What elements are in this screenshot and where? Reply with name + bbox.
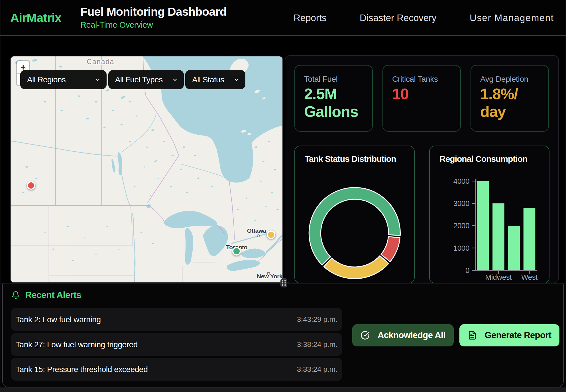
map-canvas: Canada Ottawa Toronto New York xyxy=(11,56,282,282)
stat-label: Total Fuel xyxy=(304,75,363,84)
chevron-down-icon xyxy=(95,77,101,83)
nav-disaster-recovery[interactable]: Disaster Recovery xyxy=(360,0,437,36)
acknowledge-all-button[interactable]: Acknowledge All xyxy=(352,324,454,346)
nav-reports[interactable]: Reports xyxy=(294,0,327,36)
map-marker-normal[interactable] xyxy=(232,247,241,256)
fuel-type-filter-value: All Fuel Types xyxy=(115,75,163,84)
stat-card-avg-depletion: Avg Depletion 1.8%/​day xyxy=(471,65,549,132)
status-filter-select[interactable]: All Status xyxy=(185,70,245,89)
alert-time: 3:33:24 p.m. xyxy=(297,365,337,374)
alert-time: 3:38:24 p.m. xyxy=(297,340,337,349)
map-label-newyork: New York xyxy=(257,273,282,279)
stat-label: Avg Depletion xyxy=(480,75,539,84)
svg-text:West: West xyxy=(521,273,538,281)
stat-value: 10 xyxy=(392,85,450,103)
alerts-heading: Recent Alerts xyxy=(25,290,81,300)
alerts-panel: Recent Alerts Tank 2: Low fuel warning 3… xyxy=(2,283,564,387)
generate-report-label: Generate Report xyxy=(485,330,551,340)
map-label-ottawa: Ottawa xyxy=(247,227,266,234)
svg-text:Midwest: Midwest xyxy=(485,273,512,281)
fuel-monitoring-dashboard: AirMatrix Fuel Monitoring Dashboard Real… xyxy=(0,0,566,392)
svg-text:0: 0 xyxy=(465,266,469,275)
alert-row[interactable]: Tank 27: Low fuel warning triggered 3:38… xyxy=(11,333,342,356)
stat-label: Critical Tanks xyxy=(392,75,451,84)
stat-card-critical-tanks: Critical Tanks 10 xyxy=(382,65,461,132)
regional-consumption-bar-chart: 01000200030004000MidwestWest xyxy=(430,146,550,284)
chevron-down-icon xyxy=(233,77,240,83)
svg-text:2000: 2000 xyxy=(453,221,469,230)
fuel-type-filter-select[interactable]: All Fuel Types xyxy=(108,70,184,89)
window-footer-strip xyxy=(0,387,566,392)
circle-check-icon xyxy=(361,331,370,340)
bell-icon xyxy=(11,291,20,299)
nav-user-management[interactable]: User Management xyxy=(470,0,554,36)
status-filter-value: All Status xyxy=(192,75,224,84)
grip-dots-icon xyxy=(282,280,286,286)
alert-time: 3:43:29 p.m. xyxy=(297,315,337,324)
region-filter-select[interactable]: All Regions xyxy=(20,70,107,89)
pane-resize-handle[interactable] xyxy=(280,278,287,287)
region-filter-value: All Regions xyxy=(27,75,66,84)
svg-text:1000: 1000 xyxy=(453,244,469,252)
overview-panel: Total Fuel 2.5M Gallons Critical Tanks 1… xyxy=(285,55,559,283)
map-marker-warning[interactable] xyxy=(267,230,275,239)
alert-row[interactable]: Tank 2: Low fuel warning 3:43:29 p.m. xyxy=(11,308,342,331)
map-label-canada: Canada xyxy=(87,58,114,66)
alerts-header: Recent Alerts xyxy=(11,290,81,300)
main-nav: Reports Disaster Recovery User Managemen… xyxy=(0,0,566,36)
svg-text:3000: 3000 xyxy=(453,199,469,208)
stat-value: 1.8%/​day xyxy=(480,85,538,120)
acknowledge-all-label: Acknowledge All xyxy=(378,330,445,340)
generate-report-button[interactable]: Generate Report xyxy=(459,324,559,346)
alert-text: Tank 15: Pressure threshold exceeded xyxy=(16,365,148,374)
file-text-icon xyxy=(468,331,477,340)
stat-card-total-fuel: Total Fuel 2.5M Gallons xyxy=(294,65,373,132)
alert-text: Tank 2: Low fuel warning xyxy=(16,315,101,324)
stat-value: 2.5M Gallons xyxy=(304,85,362,120)
tank-status-chart-card: Tank Status Distribution xyxy=(294,146,415,283)
regional-consumption-chart-card: Regional Consumption 01000200030004000Mi… xyxy=(429,146,549,283)
map-panel[interactable]: Canada Ottawa Toronto New York + − All R… xyxy=(10,56,283,283)
svg-text:4000: 4000 xyxy=(453,177,469,185)
alert-row[interactable]: Tank 15: Pressure threshold exceeded 3:3… xyxy=(11,358,342,381)
alert-text: Tank 27: Low fuel warning triggered xyxy=(16,340,138,349)
header: AirMatrix Fuel Monitoring Dashboard Real… xyxy=(0,0,566,36)
tank-status-donut-chart xyxy=(295,146,415,284)
map-filters: All Regions All Fuel Types All Status xyxy=(20,70,245,89)
chevron-down-icon xyxy=(172,77,178,83)
map-marker-critical[interactable] xyxy=(27,181,35,190)
